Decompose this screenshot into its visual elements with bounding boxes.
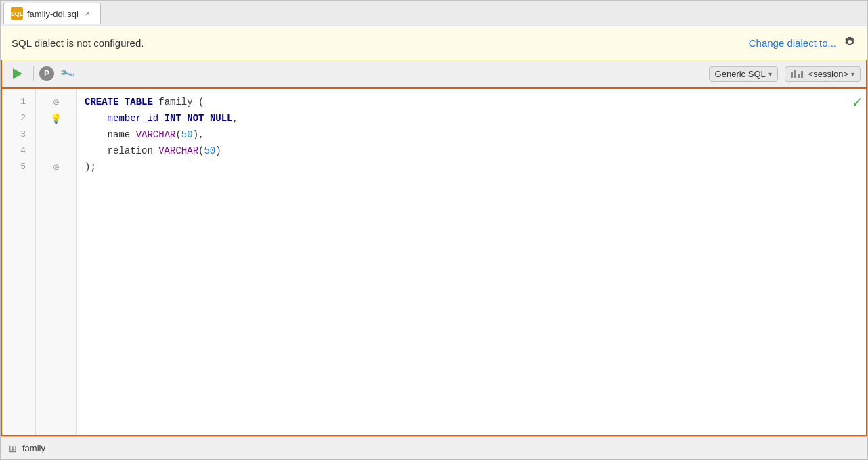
- bottom-bar: ⊞ family: [1, 436, 867, 459]
- identifier-member-id: member_id: [108, 110, 159, 127]
- sql-file-icon: SQL: [11, 7, 23, 20]
- fold-icon-1[interactable]: ⊝: [53, 97, 60, 107]
- fold-icon-5[interactable]: ⊝: [53, 162, 60, 172]
- function-varchar-1: VARCHAR: [136, 127, 176, 143]
- number-50-1: 50: [181, 127, 193, 143]
- gutter-item-5: ⊝: [36, 159, 76, 175]
- tab-bar: SQL family-ddl.sql ×: [1, 1, 867, 26]
- validation-checkmark: ✓: [852, 94, 863, 110]
- session-icon: [791, 70, 803, 78]
- editor-area: 1 2 3 4 5 ⊝ 💡 ⊝ CREATE: [1, 89, 867, 436]
- table-name-label: family: [22, 443, 45, 453]
- line-number-3: 3: [2, 127, 30, 143]
- gutter-item-3: [36, 127, 76, 143]
- function-varchar-2: VARCHAR: [158, 143, 198, 159]
- gear-icon[interactable]: [843, 35, 856, 51]
- keyword-not: NOT: [187, 110, 204, 127]
- toolbar-separator-1: [33, 66, 34, 81]
- dialect-selector[interactable]: Generic SQL ▾: [709, 66, 778, 82]
- gutter-item-2: 💡: [36, 110, 76, 127]
- change-dialect-link[interactable]: Change dialect to...: [749, 37, 836, 49]
- gutter-item-4: [36, 143, 76, 159]
- line-number-1: 1: [2, 94, 30, 110]
- code-line-1: CREATE TABLE family (: [85, 94, 858, 110]
- warning-banner: SQL dialect is not configured. Change di…: [1, 26, 867, 60]
- keyword-create: CREATE: [85, 94, 118, 110]
- line-number-5: 5: [2, 159, 30, 175]
- tab-close-button[interactable]: ×: [83, 8, 93, 19]
- run-button[interactable]: [7, 64, 28, 83]
- number-50-2: 50: [204, 143, 215, 159]
- lightbulb-icon[interactable]: 💡: [50, 113, 62, 124]
- line-number-4: 4: [2, 143, 30, 159]
- toolbar: P 🔧 Generic SQL ▾ <session> ▾: [1, 60, 867, 89]
- keyword-int: INT: [165, 110, 181, 127]
- wrench-icon: 🔧: [58, 65, 75, 82]
- run-triangle-icon: [13, 68, 22, 79]
- code-line-3: name VARCHAR ( 50 ),: [85, 127, 858, 143]
- editor-window: SQL family-ddl.sql × SQL dialect is not …: [0, 0, 868, 460]
- line-gutter: ⊝ 💡 ⊝: [36, 89, 77, 435]
- line-numbers: 1 2 3 4 5: [2, 89, 36, 435]
- code-line-5: );: [85, 159, 858, 175]
- code-line-4: relation VARCHAR ( 50 ): [85, 143, 858, 159]
- keyword-table: TABLE: [125, 94, 153, 110]
- table-grid-icon: ⊞: [9, 443, 17, 454]
- session-label: <session>: [808, 69, 848, 79]
- session-selector[interactable]: <session> ▾: [785, 66, 861, 82]
- gutter-item-1: ⊝: [36, 94, 76, 110]
- line-number-2: 2: [2, 110, 30, 127]
- tab-filename: family-ddl.sql: [27, 9, 79, 19]
- file-tab[interactable]: SQL family-ddl.sql ×: [3, 3, 101, 24]
- code-editor[interactable]: CREATE TABLE family ( member_id INT NOT …: [77, 89, 866, 435]
- profile-button[interactable]: P: [39, 66, 54, 81]
- dialect-label: Generic SQL: [715, 69, 766, 79]
- warning-message: SQL dialect is not configured.: [12, 37, 144, 49]
- keyword-null: NULL: [210, 110, 233, 127]
- wrench-button[interactable]: 🔧: [57, 64, 77, 83]
- session-chevron-icon: ▾: [851, 70, 854, 78]
- code-line-2: member_id INT NOT NULL ,: [85, 110, 858, 127]
- dialect-chevron-icon: ▾: [768, 70, 772, 78]
